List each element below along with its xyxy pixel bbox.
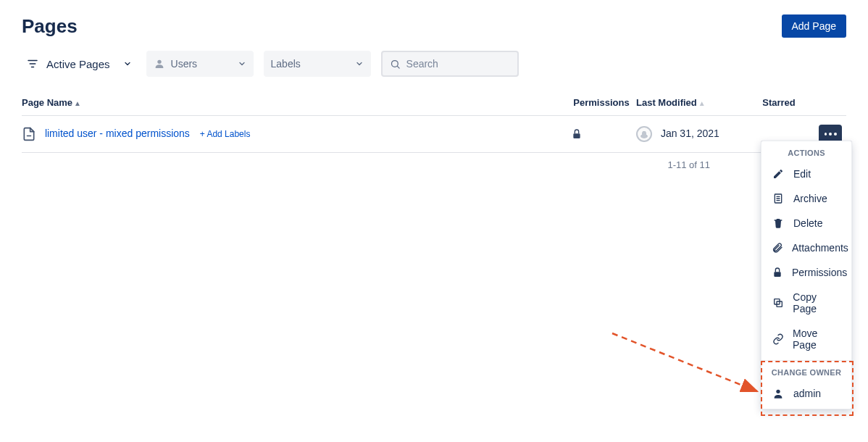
col-page-name[interactable]: Page Name▲: [22, 90, 571, 116]
menu-delete-label: Delete: [793, 217, 822, 229]
page-icon: [22, 127, 36, 141]
lock-icon: [571, 128, 632, 140]
user-icon: [772, 388, 785, 399]
menu-copy-label: Copy Page: [793, 291, 841, 314]
archive-icon: [772, 193, 785, 204]
pencil-icon: [772, 168, 785, 180]
scope-filter-label: Active Pages: [46, 58, 110, 70]
lock-icon: [772, 267, 783, 278]
svg-line-17: [612, 333, 757, 391]
pagination-info: 1-11 of 11: [0, 145, 868, 170]
menu-delete[interactable]: Delete: [761, 211, 851, 235]
last-modified-date: Jan 31, 2021: [661, 128, 719, 139]
menu-copy-page[interactable]: Copy Page: [761, 285, 851, 321]
user-icon: [154, 58, 165, 70]
page-title-link[interactable]: limited user - mixed permissions: [45, 128, 190, 139]
page-title: Pages: [22, 15, 78, 38]
menu-owner-admin[interactable]: admin: [761, 381, 851, 406]
menu-permissions[interactable]: Permissions: [761, 260, 851, 285]
scope-filter[interactable]: Active Pages: [22, 54, 136, 73]
menu-owner-label: admin: [793, 388, 821, 399]
svg-point-15: [776, 390, 780, 393]
labels-filter[interactable]: Labels: [264, 51, 371, 77]
search-box[interactable]: [381, 51, 519, 77]
sort-icon: ▲: [698, 99, 706, 107]
sort-asc-icon: ▲: [74, 99, 81, 107]
menu-move-label: Move Page: [793, 328, 841, 351]
col-permissions[interactable]: Permissions: [571, 90, 636, 116]
menu-attachments-label: Attachments: [792, 242, 848, 254]
add-page-button[interactable]: Add Page: [782, 14, 847, 38]
svg-point-4: [391, 60, 398, 67]
col-starred[interactable]: Starred: [752, 90, 810, 116]
annotation-arrow: [609, 330, 768, 402]
menu-archive[interactable]: Archive: [761, 186, 851, 211]
paperclip-icon: [772, 242, 783, 254]
search-input[interactable]: [405, 57, 510, 70]
filter-icon: [26, 57, 39, 70]
menu-attachments[interactable]: Attachments: [761, 235, 851, 260]
trash-icon: [772, 217, 785, 229]
menu-edit-label: Edit: [793, 168, 811, 180]
users-filter-label: Users: [171, 58, 198, 70]
labels-filter-label: Labels: [271, 58, 301, 70]
menu-permissions-label: Permissions: [792, 267, 847, 278]
avatar: [636, 126, 652, 142]
menu-section-actions: ACTIONS: [761, 141, 851, 162]
svg-point-3: [157, 60, 161, 64]
col-page-name-label: Page Name: [22, 97, 72, 108]
svg-rect-12: [774, 272, 780, 277]
col-last-modified-label: Last Modified: [636, 97, 697, 108]
search-icon: [390, 59, 401, 70]
col-last-modified[interactable]: Last Modified▲: [636, 90, 752, 116]
svg-rect-7: [573, 133, 580, 138]
menu-move-page[interactable]: Move Page: [761, 321, 851, 357]
menu-section-owner: CHANGE OWNER: [761, 361, 851, 381]
add-labels-link[interactable]: + Add Labels: [200, 129, 251, 139]
chevron-down-icon: [355, 59, 364, 68]
link-icon: [772, 333, 784, 345]
chevron-down-icon: [238, 59, 246, 68]
chevron-down-icon: [123, 59, 132, 68]
actions-menu: ACTIONS Edit Archive Delete Attachments: [761, 141, 852, 409]
copy-icon: [772, 297, 784, 309]
menu-archive-label: Archive: [793, 193, 827, 204]
svg-line-5: [397, 66, 399, 68]
users-filter[interactable]: Users: [146, 51, 254, 77]
menu-edit[interactable]: Edit: [761, 162, 851, 186]
